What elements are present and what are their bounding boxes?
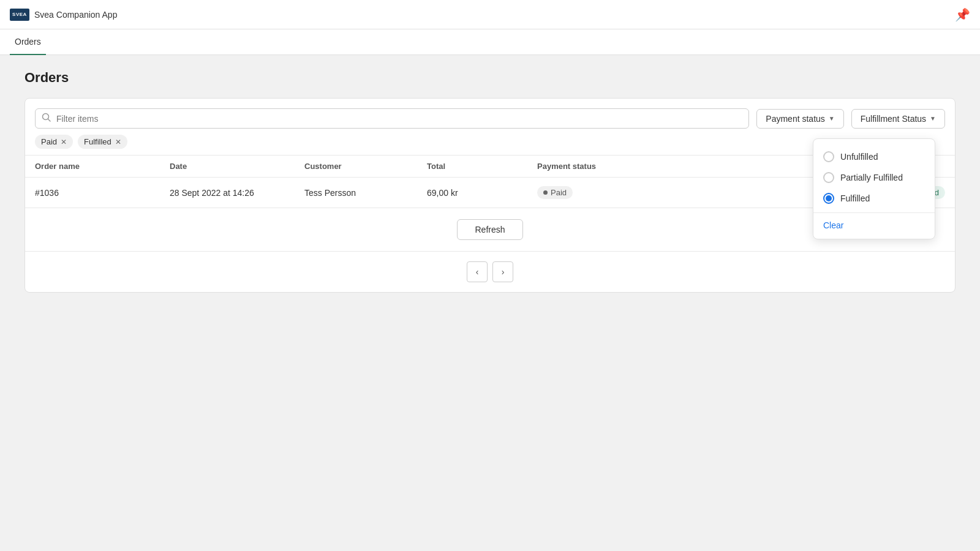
payment-status-badge: Paid [537,186,573,199]
fulfillment-option-partially[interactable]: Partially Fulfilled [813,167,935,188]
page-content: Orders Payment status ▼ Fulfillment S [0,55,980,307]
chip-paid-remove[interactable]: ✕ [61,138,67,146]
top-bar: SVEA Svea Companion App 📌 [0,0,980,29]
cell-customer: Tess Persson [304,188,427,198]
pagination-row: ‹ › [25,252,955,292]
page-title: Orders [24,70,956,86]
cell-total: 69,00 kr [427,188,537,198]
fulfillment-option-fulfilled[interactable]: Fulfilled [813,188,935,209]
fulfillment-filter-wrapper: Fulfillment Status ▼ Unfulfilled Partial… [851,109,945,129]
radio-fulfilled [823,193,834,204]
option-label-partially: Partially Fulfilled [840,173,903,182]
next-page-button[interactable]: › [492,261,513,282]
tab-orders[interactable]: Orders [10,29,46,55]
payment-status-filter-button[interactable]: Payment status ▼ [756,109,843,129]
fulfillment-option-unfulfilled[interactable]: Unfulfilled [813,146,935,167]
chip-paid: Paid ✕ [35,135,73,149]
notification-icon[interactable]: 📌 [955,7,970,22]
radio-unfulfilled [823,151,834,162]
col-order-name: Order name [35,162,170,171]
fulfillment-dropdown: Unfulfilled Partially Fulfilled Fulfille… [813,138,935,239]
payment-status-label: Payment status [766,114,825,124]
col-payment-status: Payment status [537,162,660,171]
search-container[interactable] [35,108,749,129]
search-input[interactable] [56,114,742,124]
radio-partially [823,172,834,183]
tab-nav: Orders [0,29,980,55]
chip-fulfilled: Fulfilled ✕ [78,135,127,149]
col-total: Total [427,162,537,171]
orders-card: Payment status ▼ Fulfillment Status ▼ Un… [24,98,956,293]
svea-logo: SVEA [10,9,29,21]
col-customer: Customer [304,162,427,171]
app-branding: SVEA Svea Companion App [10,9,117,21]
refresh-button[interactable]: Refresh [457,219,522,240]
app-name: Svea Companion App [34,10,117,20]
prev-page-button[interactable]: ‹ [467,261,488,282]
chip-paid-label: Paid [41,137,57,146]
cell-order-name: #1036 [35,188,170,198]
clear-filter-link[interactable]: Clear [813,217,935,234]
radio-fulfilled-dot [826,195,832,201]
logo-text: SVEA [12,12,27,17]
fulfillment-status-filter-button[interactable]: Fulfillment Status ▼ [851,109,945,129]
chevron-down-icon: ▼ [829,115,835,122]
cell-payment-status: Paid [537,186,660,199]
fulfillment-status-label: Fulfillment Status [861,114,926,124]
chevron-down-icon-2: ▼ [930,115,936,122]
chevron-right-icon: › [502,267,505,277]
cell-date: 28 Sept 2022 at 14:26 [170,188,304,198]
col-date: Date [170,162,304,171]
search-icon [42,113,51,124]
option-label-fulfilled: Fulfilled [840,193,870,203]
chevron-left-icon: ‹ [476,267,479,277]
svg-line-1 [48,119,51,122]
filter-bar: Payment status ▼ Fulfillment Status ▼ Un… [25,99,955,129]
paid-badge-label: Paid [551,188,567,197]
paid-badge-dot [543,190,548,195]
dropdown-divider [813,212,935,213]
chip-fulfilled-label: Fulfilled [84,137,111,146]
chip-fulfilled-remove[interactable]: ✕ [115,138,121,146]
option-label-unfulfilled: Unfulfilled [840,152,878,162]
